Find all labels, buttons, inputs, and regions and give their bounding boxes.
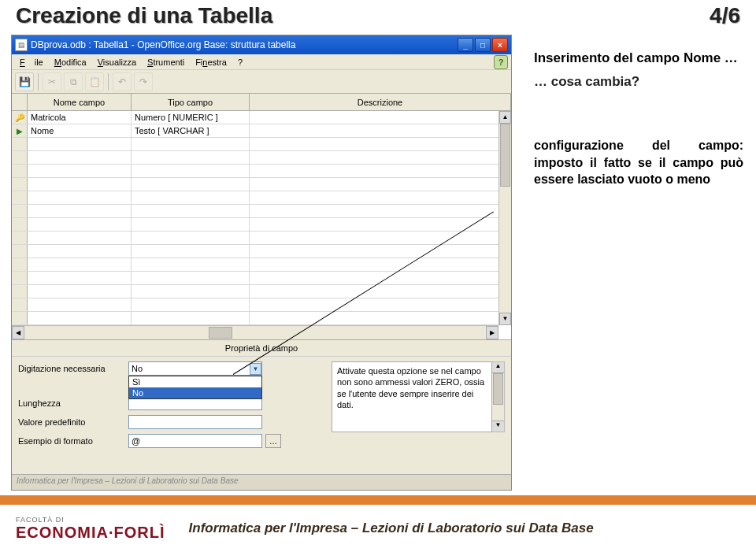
- prop-format-field[interactable]: @: [128, 434, 262, 448]
- annotation-3: configurazione del campo: imposto il fat…: [534, 137, 743, 188]
- grid-header: Nome campo Tipo campo Descrizione: [12, 94, 511, 111]
- annotation-1: Inserimento del campo Nome …: [534, 50, 743, 66]
- horizontal-scrollbar[interactable]: ◀ ▶: [12, 325, 498, 339]
- close-button[interactable]: ×: [492, 38, 508, 52]
- props-help: Attivate questa opzione se nel campo non…: [332, 361, 505, 465]
- prop-length-label: Lunghezza: [18, 398, 128, 408]
- menu-finestra[interactable]: Finestra: [191, 56, 232, 69]
- slide-footer: FACOLTÀ DI ECONOMIA·FORLÌ Informatica pe…: [0, 495, 756, 552]
- cell-name[interactable]: Nome: [28, 124, 132, 137]
- hidden-footer-text: Informatica per l'Impresa – Lezioni di L…: [12, 474, 511, 490]
- cell-type[interactable]: Numero [ NUMERIC ]: [132, 111, 250, 124]
- scroll-left-icon[interactable]: ◀: [12, 326, 24, 339]
- dropdown-option-no[interactable]: No: [129, 387, 261, 398]
- cell-desc[interactable]: [250, 111, 511, 124]
- col-header-name[interactable]: Nome campo: [28, 94, 132, 110]
- grid-row[interactable]: ▶ Nome Testo [ VARCHAR ]: [12, 124, 511, 138]
- scroll-down-icon[interactable]: ▼: [499, 313, 511, 325]
- scroll-thumb[interactable]: [209, 327, 232, 339]
- menu-visualizza[interactable]: Visualizza: [93, 56, 141, 69]
- separator: [108, 73, 109, 91]
- prop-format-label: Esempio di formato: [18, 436, 128, 446]
- footer-text: Informatica per l'Impresa – Lezioni di L…: [189, 521, 594, 536]
- scroll-up-icon[interactable]: ▲: [492, 362, 504, 373]
- grid-corner[interactable]: [12, 94, 28, 110]
- row-header-key[interactable]: 🔑: [12, 111, 28, 124]
- maximize-button[interactable]: □: [475, 38, 491, 52]
- scroll-right-icon[interactable]: ▶: [486, 326, 498, 339]
- slide-title-row: Creazione di una Tabella 4/6: [0, 0, 756, 35]
- help-scrollbar[interactable]: ▲ ▼: [492, 361, 505, 432]
- window-title: DBprova.odb : Tabella1 - OpenOffice.org …: [31, 39, 458, 50]
- slide-page: 4/6: [710, 3, 740, 28]
- grid-row[interactable]: 🔑 Matricola Numero [ NUMERIC ]: [12, 111, 511, 124]
- footer-logo: FACOLTÀ DI ECONOMIA·FORLÌ: [16, 516, 165, 542]
- footer-faculty: FACOLTÀ DI: [16, 516, 165, 524]
- scroll-down-icon[interactable]: ▼: [492, 420, 504, 432]
- vertical-scrollbar[interactable]: ▲ ▼: [498, 111, 511, 325]
- prop-default: Valore predefinito: [18, 415, 324, 429]
- cell-name[interactable]: Matricola: [28, 111, 132, 124]
- menubar: File Modifica Visualizza Strumenti Fines…: [12, 54, 511, 70]
- grid-body[interactable]: 🔑 Matricola Numero [ NUMERIC ] ▶ Nome Te…: [12, 111, 511, 339]
- prop-default-label: Valore predefinito: [18, 417, 128, 427]
- field-properties: Digitazione necessaria No ▼ Sì No Lunghe…: [12, 356, 511, 474]
- toolbar: 💾 ✂ ⧉ 📋 ↶ ↷: [12, 70, 511, 94]
- prop-required-label: Digitazione necessaria: [18, 364, 128, 373]
- prop-format: Esempio di formato @ …: [18, 434, 324, 448]
- menu-modifica[interactable]: Modifica: [50, 56, 91, 69]
- app-window: ▤ DBprova.odb : Tabella1 - OpenOffice.or…: [11, 35, 512, 491]
- separator: [38, 73, 39, 91]
- undo-icon[interactable]: ↶: [113, 72, 132, 91]
- footer-dept: ECONOMIA·FORLÌ: [16, 524, 165, 542]
- app-icon: ▤: [15, 39, 28, 51]
- field-properties-title: Proprietà di campo: [12, 339, 511, 356]
- scroll-thumb[interactable]: [500, 124, 510, 187]
- cut-icon[interactable]: ✂: [43, 72, 61, 91]
- prop-required: Digitazione necessaria No ▼: [18, 361, 324, 376]
- menu-strumenti[interactable]: Strumenti: [143, 56, 189, 69]
- annotation-2: … cosa cambia?: [534, 74, 743, 90]
- copy-icon[interactable]: ⧉: [64, 72, 83, 91]
- dropdown-option-si[interactable]: Sì: [129, 376, 261, 387]
- primary-key-icon: 🔑: [15, 113, 24, 122]
- menu-help[interactable]: ?: [233, 56, 247, 69]
- col-header-type[interactable]: Tipo campo: [132, 94, 250, 110]
- save-icon[interactable]: 💾: [15, 72, 34, 91]
- dropdown-arrow-icon[interactable]: ▼: [250, 363, 261, 375]
- slide-title: Creazione di una Tabella: [16, 3, 272, 28]
- minimize-button[interactable]: _: [458, 38, 473, 52]
- required-dropdown[interactable]: Sì No: [128, 376, 262, 399]
- props-left: Digitazione necessaria No ▼ Sì No Lunghe…: [18, 361, 324, 465]
- format-ellipsis-button[interactable]: …: [265, 434, 281, 448]
- help-icon[interactable]: ?: [494, 55, 508, 69]
- window-titlebar[interactable]: ▤ DBprova.odb : Tabella1 - OpenOffice.or…: [12, 35, 511, 54]
- cell-desc[interactable]: [250, 124, 511, 137]
- paste-icon[interactable]: 📋: [85, 72, 104, 91]
- menu-file[interactable]: File: [15, 56, 48, 69]
- current-row-icon: ▶: [17, 127, 23, 135]
- row-header-current[interactable]: ▶: [12, 124, 28, 137]
- col-header-desc[interactable]: Descrizione: [250, 94, 511, 110]
- scroll-up-icon[interactable]: ▲: [499, 111, 511, 124]
- cell-type[interactable]: Testo [ VARCHAR ]: [132, 124, 250, 137]
- annotations: Inserimento del campo Nome … … cosa camb…: [512, 35, 756, 491]
- prop-required-value: No: [132, 364, 143, 373]
- scroll-thumb[interactable]: [493, 373, 503, 405]
- redo-icon[interactable]: ↷: [134, 72, 153, 91]
- help-text: Attivate questa opzione se nel campo non…: [332, 361, 492, 432]
- prop-default-field[interactable]: [128, 415, 262, 429]
- footer-band: [0, 495, 756, 505]
